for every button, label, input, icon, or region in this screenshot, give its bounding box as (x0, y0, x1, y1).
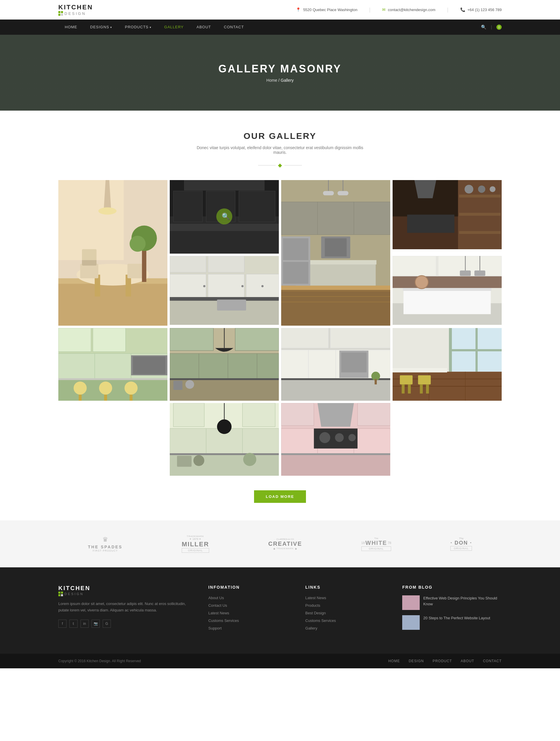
brands-section: ♛ THE SPADES FIRST PRODUCT TRADEMARK ✦ 1… (0, 520, 560, 567)
footer-link-customs[interactable]: Customs Services (208, 618, 239, 623)
zoom-icon-12: 🔍 (329, 433, 342, 446)
footer-bottom: Copyright © 2016 Kitchen Design. All Rig… (0, 654, 560, 668)
site-logo[interactable]: KITCHEN DESIGN (58, 3, 93, 16)
footer-link-about[interactable]: About Us (208, 596, 224, 600)
social-instagram[interactable]: 📷 (92, 620, 100, 628)
zoom-icon-11: 🔍 (218, 433, 231, 446)
footer-links-col: LINKS Latest News Products Best Design C… (305, 585, 385, 633)
divider-diamond-icon: ◆ (278, 162, 282, 169)
footer-logo-squares (58, 592, 63, 596)
footer-bottom-about[interactable]: ABOUT (461, 659, 474, 663)
gallery-item-1[interactable]: 🔍 (58, 180, 167, 326)
miller-sub: ORIGINAL (182, 548, 209, 553)
gallery-item-2[interactable]: 🔍 🔍 (170, 180, 279, 254)
cart-badge[interactable]: 0 (496, 24, 502, 30)
nav-about[interactable]: ABOUT (190, 19, 218, 35)
nav-right-icons: 🔍 | 0 (481, 24, 502, 30)
brand-creative-name: CREATIVE (268, 540, 302, 547)
white-original-box: ORIGINAL (362, 546, 391, 551)
footer-link-bestdesign[interactable]: Best Design (305, 611, 326, 615)
social-google[interactable]: G (103, 620, 111, 628)
creative-diamond-1: ◆ (273, 547, 275, 550)
logo-design-text: DESIGN (65, 11, 86, 16)
zoom-icon-8: 🔍 (218, 358, 231, 370)
nav-designs[interactable]: DESIGNS (84, 19, 118, 35)
gallery-item-7[interactable]: 🔍 (58, 328, 167, 401)
footer-blog-posts: Effective Web Design Principles You Shou… (402, 595, 502, 630)
gallery-item-9[interactable]: 🔍 (281, 328, 390, 401)
footer-link-contact[interactable]: Contact Us (208, 603, 227, 608)
brand-white: The 18 WHITE 78 ORIGINAL (362, 537, 391, 551)
footer-link-news[interactable]: Latest News (208, 611, 229, 615)
email-icon: ✉ (382, 7, 386, 12)
nav-links-container: HOME DESIGNS PRODUCTS GALLERY ABOUT CONT… (58, 19, 250, 35)
footer-description: Lorem ipsum dolor sit amet, consectetur … (58, 601, 191, 613)
load-more-button[interactable]: LOAD MORE (254, 490, 306, 503)
address-item: 📍 5520 Quebec Place Washington (296, 7, 357, 12)
footer-link-products[interactable]: Products (305, 603, 320, 608)
nav-divider: | (491, 25, 492, 29)
search-icon[interactable]: 🔍 (481, 24, 486, 30)
separator-2: | (447, 7, 449, 13)
footer-link-support[interactable]: Support (208, 626, 222, 630)
gallery-item-5[interactable]: 🔍 (170, 256, 279, 326)
gallery-item-11[interactable]: 🔍 (170, 403, 279, 476)
blog-post-2-title[interactable]: 20 Steps to The Perfect Website Layout (423, 615, 490, 621)
brand-spades-tagline: FIRST PRODUCT (88, 549, 123, 552)
social-twitter[interactable]: 𝕥 (69, 620, 78, 628)
footer-links-list: Latest News Products Best Design Customs… (305, 595, 385, 630)
white-pre: The (374, 537, 378, 540)
phone-text: +64 (1) 123 456 789 (468, 8, 502, 12)
white-sub1: 18 (362, 541, 365, 545)
footer-bottom-design[interactable]: DESIGN (409, 659, 424, 663)
breadcrumb-home-link[interactable]: Home (266, 78, 277, 83)
don-pre: The (450, 537, 472, 540)
gallery-title: OUR GALLERY (58, 131, 502, 141)
footer-logo: KITCHEN DESIGN (58, 585, 191, 596)
zoom-icon-3: 🔍 (329, 246, 342, 259)
creative-trademark-text: TRADEMARK (276, 547, 294, 550)
nav-contact[interactable]: CONTACT (218, 19, 250, 35)
nav-home[interactable]: HOME (58, 19, 84, 35)
footer-link-latestnews[interactable]: Latest News (305, 596, 326, 600)
gallery-item-10[interactable]: 🔍 (393, 328, 502, 401)
gallery-item-4[interactable]: 🔍 (393, 180, 502, 254)
gallery-item-6[interactable]: 🔍 (393, 256, 502, 326)
gallery-item-8[interactable]: 🔍 (170, 328, 279, 401)
spades-icon: ♛ (88, 536, 123, 543)
miller-trademark: TRADEMARK (182, 535, 209, 538)
footer-bottom-contact[interactable]: CONTACT (483, 659, 502, 663)
blog-post-1-title[interactable]: Effective Web Design Principles You Shou… (423, 595, 502, 607)
hero-title: GALLERY MASONRY (219, 63, 342, 75)
nav-gallery[interactable]: GALLERY (158, 19, 190, 35)
gallery-item-3[interactable]: 🔍 (281, 180, 390, 326)
nav-products[interactable]: PRODUCTS (118, 19, 158, 35)
footer-blog-heading: FROM BLOG (402, 585, 502, 590)
brand-miller-name: MILLER (182, 540, 209, 548)
brand-creative: CLARREN & CO CREATIVE ◆ TRADEMARK ◆ (268, 538, 302, 550)
social-facebook[interactable]: f (58, 620, 67, 628)
zoom-icon-10: 🔍 (441, 358, 454, 370)
hero-content: GALLERY MASONRY Home / Gallery (219, 63, 342, 83)
zoom-icon-9: 🔍 (329, 358, 342, 370)
white-main-text: WHITE (366, 540, 387, 546)
blog-post-2: 20 Steps to The Perfect Website Layout (402, 615, 502, 630)
footer-grid: KITCHEN DESIGN Lorem ipsum dolor sit ame… (58, 585, 502, 633)
breadcrumb-current: Gallery (281, 78, 294, 83)
social-linkedin[interactable]: in (80, 620, 89, 628)
gallery-section: OUR GALLERY Donec vitae turpis volutpat,… (0, 111, 560, 520)
divider-line-right (285, 165, 302, 165)
footer-information-col: INFOMATION About Us Contact Us Latest Ne… (208, 585, 288, 633)
logo-squares-icon (58, 11, 63, 16)
footer-info-links: About Us Contact Us Latest News Customs … (208, 595, 288, 630)
zoom-icon: 🔍 (106, 246, 119, 259)
footer-link-customsservices[interactable]: Customs Services (305, 618, 336, 623)
footer-blog-col: FROM BLOG Effective Web Design Principle… (402, 585, 502, 633)
footer-bottom-home[interactable]: HOME (388, 659, 400, 663)
gallery-item-12[interactable]: 🔍 (281, 403, 390, 476)
creative-pre: CLARREN & CO (268, 538, 302, 540)
footer-social-links: f 𝕥 in 📷 G (58, 620, 191, 628)
footer-bottom-product[interactable]: PRODUCT (432, 659, 452, 663)
brand-don: The · DON · ORIGINAL (450, 537, 472, 551)
footer-link-gallery[interactable]: Gallery (305, 626, 317, 630)
